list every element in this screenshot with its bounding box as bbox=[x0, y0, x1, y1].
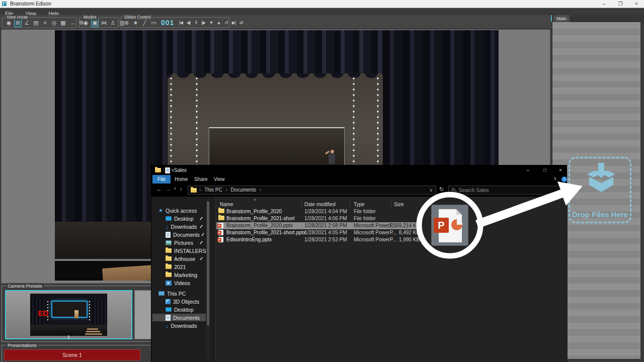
thumb-screen bbox=[51, 301, 88, 318]
explorer-maximize-button[interactable]: □ bbox=[537, 165, 553, 175]
breadcrumb-this-pc[interactable]: This PC bbox=[204, 187, 222, 193]
ribbon-collapse-chevron-icon[interactable]: ∨ bbox=[553, 176, 557, 181]
breadcrumb-documents[interactable]: Documents bbox=[231, 187, 257, 193]
tab-home[interactable]: Home bbox=[175, 175, 188, 184]
pause-icon[interactable]: ‖ bbox=[193, 19, 199, 27]
sidebar-item-arthouse[interactable]: Arthouse bbox=[152, 255, 206, 262]
close-button[interactable]: × bbox=[629, 0, 644, 8]
folder-icon bbox=[166, 248, 172, 253]
frame-tool-icon[interactable]: ▭ bbox=[150, 19, 157, 27]
pin-icon bbox=[200, 217, 203, 220]
down-icon[interactable]: ▼ bbox=[208, 19, 214, 27]
sidebar-item-downloads[interactable]: ↓ Downloads bbox=[152, 223, 206, 230]
panel-splitter[interactable] bbox=[551, 15, 552, 22]
sidebar-item-videos[interactable]: Videos bbox=[152, 279, 206, 287]
documents-icon bbox=[166, 315, 171, 321]
tab-view[interactable]: View bbox=[214, 175, 225, 184]
search-input[interactable] bbox=[459, 186, 559, 194]
presenter-body bbox=[329, 153, 335, 164]
sidebar-item-installers[interactable]: INSTALLERS bbox=[152, 247, 206, 254]
up-icon[interactable]: ↑ bbox=[180, 186, 183, 192]
table-row-edison-intro[interactable]: EdisonIntroEng.pptx 1/28/2021 2:53 PM Mi… bbox=[216, 236, 421, 243]
go-first-icon[interactable]: |◀ bbox=[178, 19, 184, 27]
sidebar-item-documents[interactable]: Documents bbox=[152, 231, 206, 238]
step-forward-icon[interactable]: |▶ bbox=[200, 19, 206, 27]
column-date-modified[interactable]: Date modified bbox=[304, 202, 336, 207]
zoom-tool-icon[interactable]: ⊕ bbox=[123, 19, 130, 27]
table-row-folder-2020[interactable]: Brainstorm_Profile_2020 1/28/2021 4:04 P… bbox=[216, 208, 421, 215]
loop-icon[interactable]: ⇄ bbox=[238, 19, 244, 27]
address-dropdown-chevron-icon[interactable]: ∨ bbox=[429, 186, 433, 194]
grid-window-icon[interactable]: ▦ bbox=[59, 19, 67, 27]
sidebar-scrollbar-thumb[interactable] bbox=[207, 202, 209, 325]
recent-locations-chevron-icon[interactable]: ∨ bbox=[174, 186, 177, 191]
help-icon[interactable]: ? bbox=[561, 176, 567, 182]
tab-share[interactable]: Share bbox=[194, 175, 208, 184]
refresh-icon[interactable]: ↻ bbox=[439, 186, 444, 193]
tab-main[interactable]: Main bbox=[553, 15, 570, 22]
folder-icon bbox=[166, 256, 172, 261]
search-box[interactable] bbox=[448, 186, 567, 195]
pen-tool-icon[interactable]: ╱ bbox=[141, 19, 148, 27]
powerpoint-pie-icon bbox=[451, 219, 462, 230]
arrow-circle-icon[interactable]: → bbox=[68, 19, 76, 27]
thumb-led-strip bbox=[89, 301, 90, 321]
sidebar-item-downloads-pc[interactable]: ↓ Downloads bbox=[152, 322, 206, 329]
character-mode-icon[interactable]: ♙ bbox=[109, 19, 117, 27]
play-slide-icon[interactable]: ▶| bbox=[230, 19, 236, 27]
column-size[interactable]: Size bbox=[394, 202, 404, 207]
sidebar-item-desktop-pc[interactable]: Desktop bbox=[152, 306, 206, 313]
reset-icon[interactable]: ↺ bbox=[223, 19, 229, 27]
screen-mode-icon[interactable]: ▣ bbox=[91, 19, 99, 27]
maximize-button[interactable]: ❐ bbox=[613, 0, 628, 8]
camera-preset-1[interactable]: ED 1 bbox=[5, 290, 132, 339]
back-icon[interactable]: ← bbox=[156, 186, 162, 192]
sidebar-item-quick-access[interactable]: ★ Quick access bbox=[152, 207, 206, 214]
address-bar[interactable]: › This PC › Documents › ∨ bbox=[188, 186, 436, 195]
shutter-view-icon[interactable]: ◎ bbox=[50, 19, 58, 27]
sidebar-item-pictures[interactable]: Pictures bbox=[152, 239, 206, 246]
sidebar-item-2021[interactable]: 2021 bbox=[152, 263, 206, 270]
sidebar-scrollbar[interactable] bbox=[206, 200, 210, 359]
slide-counter: 001 bbox=[161, 19, 174, 27]
sort-ascending-icon: ∧ bbox=[254, 198, 256, 202]
tab-file[interactable]: File bbox=[152, 175, 171, 184]
step-back-icon[interactable]: ◀| bbox=[185, 19, 191, 27]
angle-tool-icon[interactable]: ∠ bbox=[23, 19, 31, 27]
sidebar-item-desktop[interactable]: Desktop bbox=[152, 215, 206, 222]
scene-1-button[interactable]: Scene 1 bbox=[4, 349, 140, 360]
powerpoint-file-icon bbox=[218, 237, 223, 242]
sidebar-item-marketing[interactable]: Marketing bbox=[152, 271, 206, 279]
drop-files-zone[interactable]: Drop Files Here bbox=[569, 157, 631, 223]
downloads-icon: ↓ bbox=[166, 323, 169, 328]
column-type[interactable]: Type bbox=[354, 202, 365, 207]
panel-right-edge bbox=[640, 22, 644, 362]
table-row-pptx-2020-selected[interactable]: Brainstorm_Profile_2020.pptx 1/28/2021 2… bbox=[216, 222, 421, 229]
camera-view-icon[interactable]: ◉ bbox=[5, 19, 13, 27]
explorer-minimize-button[interactable]: – bbox=[520, 165, 536, 175]
explorer-close-button[interactable]: × bbox=[552, 165, 569, 175]
list-view-icon[interactable]: ≡ bbox=[41, 19, 49, 27]
column-divider[interactable] bbox=[301, 201, 302, 208]
sidebar-item-3d-objects[interactable]: 3D Objects bbox=[152, 298, 206, 305]
column-divider[interactable] bbox=[420, 201, 421, 208]
minimize-button[interactable]: – bbox=[596, 0, 611, 8]
table-row-pptx-2021-short[interactable]: Brainstorm_Profile_2021-short.pptx 1/28/… bbox=[216, 229, 421, 236]
sidebar-item-this-pc[interactable]: This PC bbox=[152, 290, 206, 297]
column-divider[interactable] bbox=[391, 201, 391, 208]
ruler-tool-icon[interactable]: ▤ bbox=[32, 19, 40, 27]
forward-icon[interactable]: → bbox=[166, 186, 171, 192]
file-explorer-window: | ∨ | Sales – □ × File Home Share View ∨… bbox=[151, 165, 567, 362]
transition-mode-icon[interactable]: ⋈ bbox=[100, 19, 108, 27]
up-icon[interactable]: ▲ bbox=[215, 19, 221, 27]
column-name[interactable]: Name bbox=[220, 202, 233, 207]
column-divider[interactable] bbox=[350, 201, 350, 208]
quad-view-icon[interactable]: ⊞ bbox=[14, 19, 22, 27]
sidebar-item-documents-pc[interactable]: Documents bbox=[152, 314, 206, 321]
table-row-folder-2021-short[interactable]: Brainstorm_Profile_2021-short 1/28/2021 … bbox=[216, 215, 421, 222]
pointer-mode-icon[interactable]: ◉ bbox=[82, 19, 90, 27]
page-fold-corner bbox=[456, 209, 462, 215]
wand-tool-icon[interactable]: ★ bbox=[132, 19, 139, 27]
quick-access-properties-icon[interactable] bbox=[165, 167, 170, 173]
downloads-icon: ↓ bbox=[166, 224, 169, 229]
